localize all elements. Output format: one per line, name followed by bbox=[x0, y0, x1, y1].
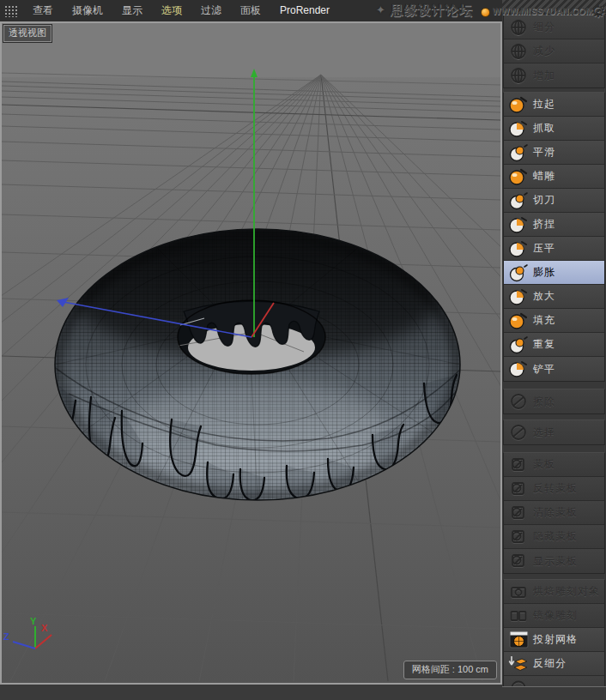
tool-label: 镜像雕刻 bbox=[533, 608, 578, 623]
tool-label: 投射网格 bbox=[533, 632, 578, 647]
show-mask-icon bbox=[504, 552, 533, 570]
tool-label: 蜡雕 bbox=[533, 169, 555, 184]
tool-row-pull[interactable]: 拉起 bbox=[504, 93, 604, 117]
sidebar-drag-handle[interactable] bbox=[502, 0, 606, 15]
menu-item-3[interactable]: 显示 bbox=[112, 0, 152, 21]
sidebar-section-5: 蒙板 反转蒙板 清除蒙板 隐藏蒙板 显示蒙板 bbox=[503, 452, 605, 574]
project-mesh-icon bbox=[504, 631, 533, 649]
tool-label: 铲平 bbox=[533, 362, 555, 377]
tool-row-knife[interactable]: 切刀 bbox=[504, 189, 604, 213]
menu-item-7[interactable]: ProRender bbox=[270, 0, 339, 21]
tool-row-fill[interactable]: 填充 bbox=[504, 309, 604, 333]
viewport-3d[interactable]: 透视视图 网格间距 : 100 cm Y X Z bbox=[0, 21, 502, 685]
tool-row-grab[interactable]: 抓取 bbox=[504, 117, 604, 141]
viewport-label: 透视视图 bbox=[3, 25, 52, 42]
tool-row-decrease[interactable]: 减少 bbox=[504, 39, 604, 63]
tool-row-select[interactable]: 选择 bbox=[504, 420, 604, 444]
tool-row-hide-mask[interactable]: 隐藏蒙板 bbox=[504, 525, 604, 549]
decrease-icon bbox=[504, 42, 533, 61]
tool-row-unsubdivide[interactable]: 反细分 bbox=[504, 652, 604, 676]
scrape-icon bbox=[504, 359, 533, 378]
tool-row-show-mask[interactable]: 显示蒙板 bbox=[504, 549, 604, 573]
tool-label: 清除蒙板 bbox=[533, 505, 578, 520]
sculpt-sidebar: 细分 减少 增加 拉起 抓取 平滑 蜡雕 切刀 挤捏 压平 膨胀 bbox=[502, 0, 606, 687]
tool-label: 减少 bbox=[533, 44, 555, 58]
tool-label: 蒙板 bbox=[533, 457, 555, 472]
tool-label: 膨胀 bbox=[533, 265, 555, 280]
tool-label: 烘焙雕刻对象 bbox=[533, 584, 600, 599]
erase-icon bbox=[504, 392, 533, 411]
smooth-icon bbox=[504, 143, 533, 162]
partial-row-icon bbox=[504, 679, 533, 687]
clear-mask-icon bbox=[504, 504, 533, 522]
grab-icon bbox=[504, 119, 533, 138]
tool-label: 显示蒙板 bbox=[533, 554, 578, 569]
subdivide-icon bbox=[504, 18, 533, 37]
tool-row-invert-mask[interactable]: 反转蒙板 bbox=[504, 477, 604, 501]
sky-band bbox=[2, 23, 500, 77]
scene-canvas[interactable] bbox=[2, 23, 500, 683]
menu-item-5[interactable]: 过滤 bbox=[191, 0, 231, 21]
menu-item-2[interactable]: 摄像机 bbox=[63, 0, 112, 21]
invert-mask-icon bbox=[504, 480, 533, 498]
bake-sculpt-icon bbox=[504, 582, 533, 601]
fill-icon bbox=[504, 311, 533, 330]
tool-row-increase[interactable]: 增加 bbox=[504, 63, 604, 88]
menu-item-1[interactable]: 查看 bbox=[23, 0, 63, 21]
repeat-icon bbox=[504, 335, 533, 354]
tool-row-pinch[interactable]: 挤捏 bbox=[504, 213, 604, 237]
tool-row-subdivide[interactable]: 细分 bbox=[504, 15, 604, 39]
sidebar-section-2: 拉起 抓取 平滑 蜡雕 切刀 挤捏 压平 膨胀 放大 填充 bbox=[503, 92, 605, 382]
tool-row-erase[interactable]: 擦除 bbox=[504, 389, 604, 413]
inflate-icon bbox=[504, 263, 533, 282]
sidebar-section-4: 选择 bbox=[503, 419, 605, 445]
tool-row-partial-row[interactable] bbox=[504, 676, 604, 687]
tool-row-inflate[interactable]: 膨胀 bbox=[504, 261, 604, 285]
pull-icon bbox=[504, 95, 533, 114]
sidebar-section-3: 擦除 bbox=[503, 389, 605, 414]
tool-label: 隐藏蒙板 bbox=[533, 529, 578, 544]
tool-label: 重复 bbox=[533, 337, 555, 352]
tool-label: 平滑 bbox=[533, 145, 555, 160]
pinch-icon bbox=[504, 215, 533, 234]
hide-mask-icon bbox=[504, 528, 533, 546]
tool-label: 切刀 bbox=[533, 193, 555, 208]
axis-label-x: X bbox=[41, 623, 47, 633]
increase-icon bbox=[504, 66, 533, 85]
mirror-sculpt-icon bbox=[504, 606, 533, 625]
tool-row-flatten[interactable]: 压平 bbox=[504, 237, 604, 261]
axis-label-y: Y bbox=[30, 616, 36, 626]
sidebar-section-1: 细分 减少 增加 bbox=[503, 15, 605, 88]
tool-row-repeat[interactable]: 重复 bbox=[504, 333, 604, 357]
tool-row-scrape[interactable]: 铲平 bbox=[504, 357, 604, 381]
grid-spacing-badge: 网格间距 : 100 cm bbox=[403, 661, 497, 679]
tool-row-project-mesh[interactable]: 投射网格 bbox=[504, 628, 604, 652]
unsubdivide-icon bbox=[504, 655, 533, 673]
tool-label: 选择 bbox=[533, 425, 555, 440]
mask-icon bbox=[504, 456, 533, 474]
tool-row-bake-sculpt[interactable]: 烘焙雕刻对象 bbox=[504, 580, 604, 604]
menu-item-6[interactable]: 面板 bbox=[231, 0, 270, 21]
grid-handle-icon[interactable] bbox=[3, 4, 18, 17]
tool-row-wax[interactable]: 蜡雕 bbox=[504, 165, 604, 189]
tool-label: 反转蒙板 bbox=[533, 481, 578, 496]
menu-items: 查看摄像机显示选项过滤面板ProRender bbox=[23, 0, 339, 21]
axis-label-z: Z bbox=[3, 631, 9, 642]
tool-label: 放大 bbox=[533, 289, 555, 304]
tool-label: 增加 bbox=[533, 69, 555, 83]
tool-label: 填充 bbox=[533, 313, 555, 328]
tool-label: 压平 bbox=[533, 241, 555, 256]
tool-label: 拉起 bbox=[533, 97, 555, 112]
menu-item-4[interactable]: 选项 bbox=[152, 0, 191, 21]
tool-row-smooth[interactable]: 平滑 bbox=[504, 141, 604, 165]
tool-row-amplify[interactable]: 放大 bbox=[504, 285, 604, 309]
amplify-icon bbox=[504, 287, 533, 306]
axis-gizmo: Y X Z bbox=[2, 616, 79, 667]
tool-row-clear-mask[interactable]: 清除蒙板 bbox=[504, 501, 604, 525]
tool-label: 抓取 bbox=[533, 121, 555, 136]
tool-row-mask[interactable]: 蒙板 bbox=[504, 453, 604, 477]
flatten-icon bbox=[504, 239, 533, 258]
wax-icon bbox=[504, 167, 533, 186]
tool-label: 细分 bbox=[533, 20, 555, 34]
tool-row-mirror-sculpt[interactable]: 镜像雕刻 bbox=[504, 604, 604, 628]
